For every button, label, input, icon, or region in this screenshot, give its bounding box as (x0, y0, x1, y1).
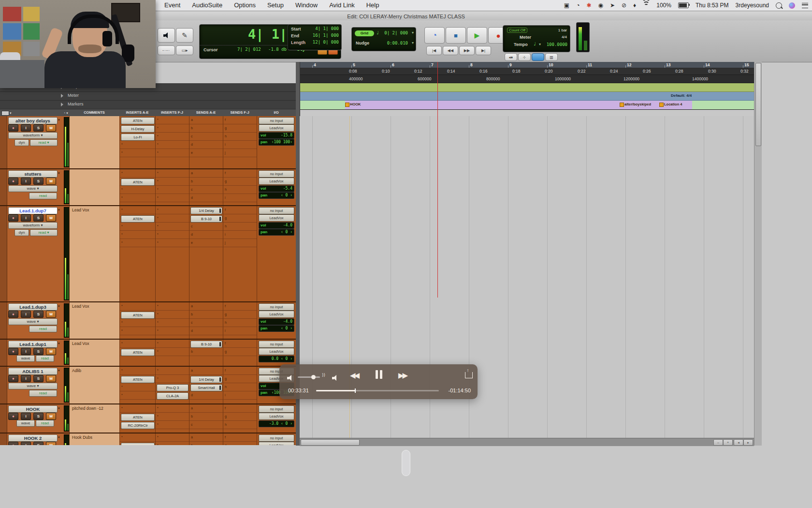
insert-slot[interactable]: * (120, 231, 156, 239)
volume-display[interactable]: vol-4.0 (259, 222, 294, 229)
send-slot[interactable]: d (189, 392, 223, 400)
send-slot[interactable]: f (223, 367, 257, 375)
stop-button[interactable]: ■ (446, 27, 466, 44)
insert-slot[interactable]: * (120, 392, 156, 400)
bars-ruler[interactable]: 456789101112131415 (300, 62, 754, 68)
track-list-dropdown-icon[interactable]: ▾ (10, 111, 12, 115)
insert-slot[interactable]: * (120, 434, 156, 442)
send-slot[interactable]: 1/4 Delay (189, 375, 223, 383)
input-monitor-button[interactable]: I (21, 311, 31, 318)
menu-setup[interactable]: Setup (267, 0, 284, 11)
send-slot[interactable]: c (189, 133, 223, 141)
insert-slot[interactable]: * (156, 367, 189, 375)
insert-plugin[interactable]: Pro-Q 3 (157, 384, 188, 391)
insert-slot[interactable]: ATEfx (120, 178, 156, 186)
send-slot[interactable]: d (189, 194, 223, 202)
share-button[interactable] (465, 372, 473, 378)
insert-slot[interactable]: ATEfx (120, 375, 156, 383)
column-header-inserts-a-e[interactable]: INSERTS A-E (119, 109, 155, 116)
send-slot[interactable]: g (223, 215, 257, 223)
insert-plugin[interactable]: ATEfx (121, 179, 155, 186)
volume-loud-icon[interactable] (332, 375, 338, 381)
output-path-selector[interactable]: LeadVox (259, 178, 294, 185)
track-list-menu-icon[interactable] (1, 111, 9, 116)
insert-slot[interactable]: Pro-Q 3 (156, 384, 189, 391)
send-slot[interactable]: 1/4 Delay (189, 207, 223, 214)
output-path-selector[interactable]: LeadVox (259, 311, 294, 318)
marker-label[interactable]: HOOK (350, 102, 361, 106)
send-slot[interactable]: c (189, 223, 223, 231)
track-view-selector[interactable]: wave ▾ (8, 318, 58, 325)
automation-mode-selector[interactable]: read (29, 326, 57, 332)
track-side-strip[interactable] (0, 367, 7, 403)
mute-button[interactable]: M (46, 442, 56, 445)
input-path-selector[interactable]: no input (259, 170, 294, 178)
insert-slot[interactable]: * (156, 207, 189, 214)
tempo-lane[interactable] (300, 83, 754, 92)
horizontal-scroll-thumb[interactable] (301, 439, 360, 446)
mute-button[interactable]: M (46, 348, 56, 355)
send-slot[interactable]: a (189, 434, 223, 442)
comments-cell[interactable]: Lead Vox (69, 340, 120, 366)
send-slot[interactable]: g (223, 375, 257, 383)
pan-display[interactable]: pan‹ 0 › (259, 325, 294, 332)
insert-slot[interactable]: CLA-2A (156, 392, 189, 400)
track-name-chevron[interactable]: ▾ (58, 208, 60, 212)
video-progress-bar[interactable] (316, 390, 439, 391)
volume-mute-icon[interactable] (287, 375, 293, 381)
send-slot[interactable]: h (223, 319, 257, 327)
expand-arrow-icon[interactable] (61, 94, 63, 98)
insert-plugin[interactable]: ATEfx (121, 376, 155, 383)
mute-button[interactable]: M (46, 311, 56, 318)
insert-slot[interactable]: * (156, 348, 189, 356)
insert-slot[interactable]: * (156, 215, 189, 223)
send-slot[interactable]: f (223, 207, 257, 214)
insert-plugin[interactable]: CLA-2A (157, 392, 188, 400)
send-plugin[interactable]: B 9-10 (190, 341, 222, 348)
menu-options[interactable]: Options (234, 0, 256, 11)
grid-value[interactable]: 0| 2| 000 (384, 30, 408, 35)
marker-icon[interactable] (620, 103, 624, 107)
scroll-left-button[interactable]: ◂ (734, 439, 743, 446)
track-name[interactable]: stutters (8, 170, 58, 178)
solo-button[interactable]: S (33, 311, 44, 318)
insert-slot[interactable]: * (156, 149, 189, 157)
menu-avid-link[interactable]: Avid Link (329, 0, 355, 11)
mute-button[interactable]: M (46, 413, 56, 420)
comments-cell[interactable]: Lead Vox (69, 206, 120, 301)
insert-slot[interactable]: * (120, 340, 156, 348)
input-path-selector[interactable]: no input (259, 207, 294, 214)
output-path-selector[interactable]: LeadVox (259, 348, 294, 355)
track-side-strip[interactable] (0, 433, 7, 445)
grid-dropdown-icon[interactable]: ▾ (412, 30, 414, 35)
dyn-button[interactable]: dyn (14, 229, 29, 236)
volume-display[interactable]: -3.0 ‹ 0 › (259, 420, 294, 427)
input-monitor-button[interactable]: I (21, 124, 31, 132)
send-slot[interactable]: B 9-10 (189, 340, 223, 348)
insert-slot[interactable]: ATEfx (120, 215, 156, 223)
insert-slot[interactable]: RC-20RtrClr (120, 421, 156, 429)
vertical-scrollbar[interactable] (754, 62, 762, 446)
grid-mode-button[interactable]: Grid (355, 30, 374, 36)
track-name[interactable]: HOOK 2 (8, 434, 58, 442)
metronome-button[interactable]: ◂● (505, 53, 517, 61)
insert-plugin[interactable]: H-Delay (121, 125, 155, 133)
tempo-dropdown-icon[interactable]: ▾ (539, 42, 541, 46)
record-arm-button[interactable]: ● (8, 124, 18, 132)
input-path-selector[interactable]: no input (259, 303, 294, 311)
send-slot[interactable]: a (189, 170, 223, 178)
menu-audiosuite[interactable]: AudioSuite (192, 0, 222, 11)
circle-menu-icon[interactable]: ◉ (598, 2, 603, 9)
send-plugin[interactable]: 1/4 Delay (190, 376, 222, 383)
output-path-selector[interactable]: LeadVox (259, 124, 294, 132)
tempo-tool-button[interactable]: -·-· (158, 45, 175, 55)
menu-window[interactable]: Window (295, 0, 318, 11)
track-name-chevron[interactable]: ▾ (58, 171, 60, 175)
zoom-in-button[interactable]: + (723, 439, 733, 446)
comments-cell[interactable]: pitched down -12 (69, 404, 120, 433)
automation-mode-selector[interactable]: read (29, 390, 57, 397)
conductor-button[interactable]: ▥ (545, 53, 558, 61)
insert-slot[interactable]: H-Delay (120, 125, 156, 133)
insert-slot[interactable]: * (156, 186, 189, 194)
send-slot[interactable]: g (223, 348, 257, 356)
